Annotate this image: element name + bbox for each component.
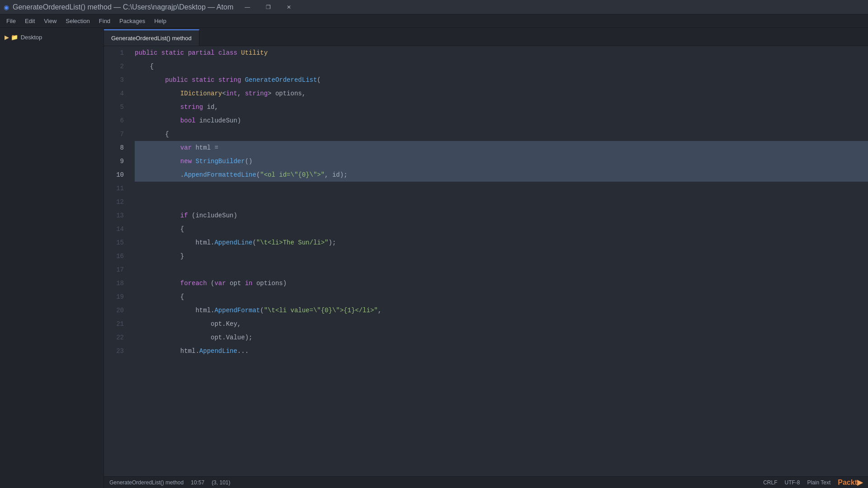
code-line-5: string id, xyxy=(135,100,868,114)
title-bar: ◉ GenerateOrderedList() method — C:\User… xyxy=(0,0,868,14)
folder-icon: ▶ 📁 xyxy=(5,34,18,41)
sidebar-item-label: Desktop xyxy=(21,34,42,41)
line-num-13: 13 xyxy=(104,209,124,222)
line-num-3: 3 xyxy=(104,73,124,87)
close-button[interactable]: ✕ xyxy=(278,0,299,14)
sidebar-item-desktop[interactable]: ▶ 📁 Desktop xyxy=(0,32,104,43)
code-line-23: html.AppendLine... xyxy=(135,344,868,358)
code-line-10: .AppendFormattedLine("<ol id=\"{0}\">", … xyxy=(135,168,868,182)
menu-edit[interactable]: Edit xyxy=(20,16,39,26)
code-line-1: public static partial class Utility xyxy=(135,46,868,60)
code-line-3: public static string GenerateOrderedList… xyxy=(135,73,868,87)
code-line-16: } xyxy=(135,249,868,263)
code-line-2: { xyxy=(135,60,868,73)
line-num-18: 18 xyxy=(104,277,124,290)
menu-packages[interactable]: Packages xyxy=(115,16,150,26)
line-num-14: 14 xyxy=(104,222,124,236)
menu-selection[interactable]: Selection xyxy=(61,16,94,26)
line-num-12: 12 xyxy=(104,195,124,209)
line-num-10: 10 xyxy=(104,168,124,182)
status-bar: GenerateOrderedList() method 10:57 (3, 1… xyxy=(104,476,868,488)
line-num-21: 21 xyxy=(104,317,124,331)
packt-logo: Packt▶ xyxy=(838,478,863,487)
line-num-1: 1 xyxy=(104,46,124,60)
menu-view[interactable]: View xyxy=(39,16,61,26)
line-num-20: 20 xyxy=(104,304,124,317)
menu-find[interactable]: Find xyxy=(94,16,115,26)
code-line-21: opt.Key, xyxy=(135,317,868,331)
line-num-19: 19 xyxy=(104,290,124,304)
status-encoding[interactable]: UTF-8 xyxy=(784,479,800,486)
sidebar: ▶ 📁 Desktop xyxy=(0,28,104,488)
line-num-9: 9 xyxy=(104,155,124,168)
line-num-15: 15 xyxy=(104,236,124,249)
window-title: GenerateOrderedList() method — C:\Users\… xyxy=(13,3,233,11)
line-numbers: 1 2 3 4 5 6 7 8 9 10 11 12 13 14 15 16 1… xyxy=(104,46,131,476)
code-line-11 xyxy=(135,182,868,195)
line-num-5: 5 xyxy=(104,100,124,114)
menu-file[interactable]: File xyxy=(2,16,20,26)
code-line-15: html.AppendLine("\t<li>The Sun/li>"); xyxy=(135,236,868,249)
code-line-12 xyxy=(135,195,868,209)
code-content[interactable]: public static partial class Utility { pu… xyxy=(131,46,868,476)
menu-bar: File Edit View Selection Find Packages H… xyxy=(0,14,868,28)
code-line-14: { xyxy=(135,222,868,236)
line-num-8: 8 xyxy=(104,141,124,155)
code-line-18: foreach (var opt in options) xyxy=(135,277,868,290)
code-line-20: html.AppendFormat("\t<li value=\"{0}\">{… xyxy=(135,304,868,317)
status-time: 10:57 xyxy=(191,479,204,486)
editor-area: GenerateOrderedList() method 1 2 3 4 5 6… xyxy=(104,28,868,488)
line-num-17: 17 xyxy=(104,263,124,277)
code-line-22: opt.Value); xyxy=(135,331,868,344)
window-controls: — ❐ ✕ xyxy=(237,0,299,14)
status-syntax[interactable]: Plain Text xyxy=(807,479,830,486)
code-line-17 xyxy=(135,263,868,277)
tab-bar: GenerateOrderedList() method xyxy=(104,28,868,46)
status-line-ending[interactable]: CRLF xyxy=(763,479,777,486)
minimize-button[interactable]: — xyxy=(237,0,258,14)
line-num-23: 23 xyxy=(104,344,124,358)
code-editor[interactable]: 1 2 3 4 5 6 7 8 9 10 11 12 13 14 15 16 1… xyxy=(104,46,868,476)
status-position: (3, 101) xyxy=(212,479,230,486)
code-line-6: bool includeSun) xyxy=(135,114,868,127)
maximize-button[interactable]: ❐ xyxy=(258,0,278,14)
status-right: CRLF UTF-8 Plain Text Packt▶ xyxy=(763,478,863,487)
line-num-16: 16 xyxy=(104,249,124,263)
code-line-19: { xyxy=(135,290,868,304)
code-line-8: var html = xyxy=(135,141,868,155)
line-num-7: 7 xyxy=(104,127,124,141)
line-num-22: 22 xyxy=(104,331,124,344)
code-line-7: { xyxy=(135,127,868,141)
code-line-4: IDictionary<int, string> options, xyxy=(135,87,868,100)
line-num-4: 4 xyxy=(104,87,124,100)
code-line-9: new StringBuilder() xyxy=(135,155,868,168)
app-icon: ◉ xyxy=(4,4,9,11)
tab-label: GenerateOrderedList() method xyxy=(111,35,192,42)
line-num-2: 2 xyxy=(104,60,124,73)
code-line-13: if (includeSun) xyxy=(135,209,868,222)
line-num-6: 6 xyxy=(104,114,124,127)
status-file: GenerateOrderedList() method xyxy=(109,479,184,486)
main-area: ▶ 📁 Desktop GenerateOrderedList() method… xyxy=(0,28,868,488)
menu-help[interactable]: Help xyxy=(150,16,171,26)
line-num-11: 11 xyxy=(104,182,124,195)
tab-main[interactable]: GenerateOrderedList() method xyxy=(104,29,199,46)
